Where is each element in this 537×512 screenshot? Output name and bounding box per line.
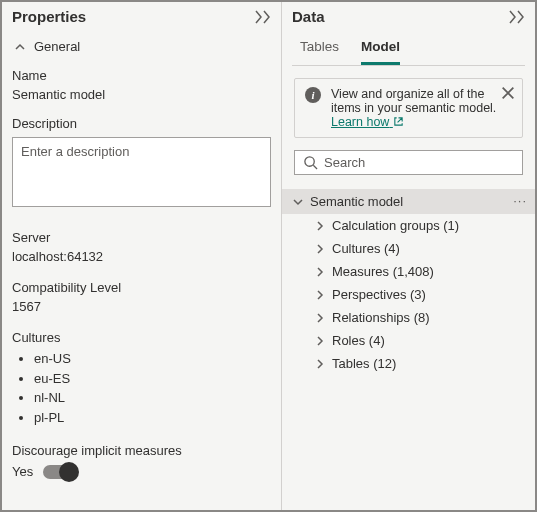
server-value: localhost:64132 (12, 249, 271, 264)
tree-item[interactable]: Relationships (8) (282, 306, 535, 329)
svg-point-0 (305, 157, 314, 166)
properties-panel: Properties General Name Semantic model D… (2, 2, 282, 510)
chevron-right-icon (314, 243, 326, 255)
chevron-down-icon (292, 196, 304, 208)
description-input[interactable] (12, 137, 271, 207)
tree-root-more-button[interactable]: ··· (513, 193, 527, 208)
info-close-button[interactable] (500, 85, 516, 101)
learn-how-link[interactable]: Learn how (331, 115, 404, 129)
tree-item[interactable]: Cultures (4) (282, 237, 535, 260)
model-tree: Semantic model ··· Calculation groups (1… (282, 189, 535, 375)
list-item: en-US (34, 349, 271, 369)
search-icon (303, 155, 318, 170)
close-icon (500, 85, 516, 101)
properties-title: Properties (12, 8, 86, 25)
data-title: Data (292, 8, 325, 25)
tree-item[interactable]: Measures (1,408) (282, 260, 535, 283)
tree-root-label: Semantic model (310, 194, 403, 209)
tree-item-label: Perspectives (3) (332, 287, 426, 302)
chevron-right-icon (263, 10, 271, 24)
description-label: Description (12, 116, 271, 131)
info-banner: i View and organize all of the items in … (294, 78, 523, 138)
compat-label: Compatibility Level (12, 280, 271, 295)
general-section-header[interactable]: General (12, 31, 271, 62)
tree-item-label: Relationships (8) (332, 310, 430, 325)
info-text: View and organize all of the items in yo… (331, 87, 496, 115)
discourage-value-label: Yes (12, 464, 33, 479)
chevron-right-icon (314, 266, 326, 278)
chevron-right-icon (314, 220, 326, 232)
tree-item[interactable]: Calculation groups (1) (282, 214, 535, 237)
chevron-up-icon (14, 41, 26, 53)
cultures-label: Cultures (12, 330, 271, 345)
name-label: Name (12, 68, 271, 83)
discourage-toggle[interactable] (43, 465, 77, 479)
list-item: eu-ES (34, 369, 271, 389)
tree-item[interactable]: Tables (12) (282, 352, 535, 375)
tab-model[interactable]: Model (361, 39, 400, 65)
tree-item-label: Cultures (4) (332, 241, 400, 256)
tree-item-label: Roles (4) (332, 333, 385, 348)
chevron-right-icon (314, 312, 326, 324)
search-box[interactable] (294, 150, 523, 175)
tree-item-label: Calculation groups (1) (332, 218, 459, 233)
tree-item[interactable]: Roles (4) (282, 329, 535, 352)
tree-item[interactable]: Perspectives (3) (282, 283, 535, 306)
name-value: Semantic model (12, 87, 271, 102)
chevron-right-icon (314, 335, 326, 347)
chevron-right-icon (517, 10, 525, 24)
list-item: nl-NL (34, 388, 271, 408)
server-label: Server (12, 230, 271, 245)
chevron-right-icon (255, 10, 263, 24)
tree-item-label: Measures (1,408) (332, 264, 434, 279)
learn-how-label: Learn how (331, 115, 389, 129)
cultures-list: en-US eu-ES nl-NL pl-PL (34, 349, 271, 427)
compat-value: 1567 (12, 299, 271, 314)
info-icon: i (305, 87, 321, 103)
data-panel: Data Tables Model i View and organize al… (282, 2, 535, 510)
collapse-data-button[interactable] (509, 10, 525, 24)
general-label: General (34, 39, 80, 54)
toggle-knob-icon (59, 462, 79, 482)
chevron-right-icon (509, 10, 517, 24)
search-input[interactable] (324, 155, 514, 170)
tree-item-label: Tables (12) (332, 356, 396, 371)
external-link-icon (393, 116, 404, 127)
tree-root[interactable]: Semantic model ··· (282, 189, 535, 214)
chevron-right-icon (314, 358, 326, 370)
collapse-properties-button[interactable] (255, 10, 271, 24)
list-item: pl-PL (34, 408, 271, 428)
tab-tables[interactable]: Tables (300, 39, 339, 65)
chevron-right-icon (314, 289, 326, 301)
data-tabs: Tables Model (282, 29, 535, 65)
discourage-label: Discourage implicit measures (12, 443, 271, 458)
